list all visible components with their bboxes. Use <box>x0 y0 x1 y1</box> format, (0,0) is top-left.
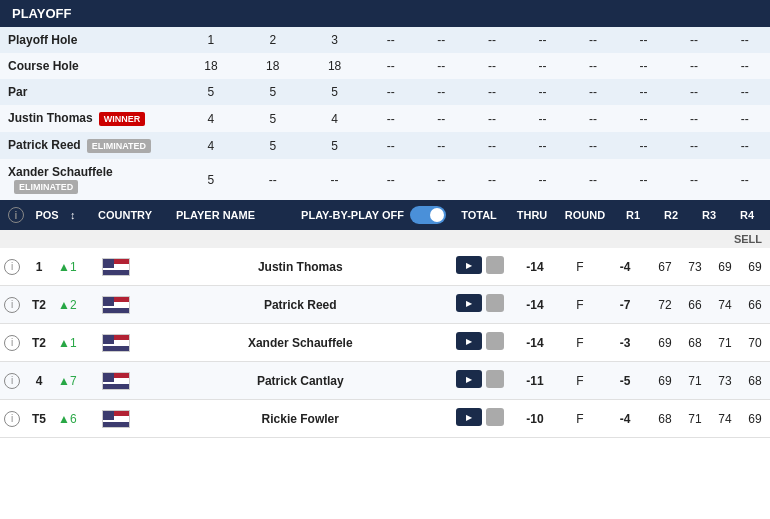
playoff-cell: -- <box>467 27 518 53</box>
leaderboard-table: i 1 ▲1 Justin Thomas -14 F -4 67 73 69 6… <box>0 248 770 438</box>
row-info[interactable]: i <box>0 286 24 324</box>
row-info[interactable]: i <box>0 362 24 400</box>
row-pos: T5 <box>24 400 54 438</box>
row-country <box>81 324 151 362</box>
playoff-cell: -- <box>467 105 518 132</box>
playoff-cell: -- <box>416 159 467 200</box>
row-r2: 68 <box>680 324 710 362</box>
playoff-cell: -- <box>719 105 770 132</box>
row-r2: 71 <box>680 362 710 400</box>
info-icon[interactable]: i <box>8 207 24 223</box>
row-total: -14 <box>510 248 560 286</box>
row-round: -4 <box>600 400 650 438</box>
row-info[interactable]: i <box>0 400 24 438</box>
video-button[interactable] <box>456 294 482 312</box>
playoff-cell: -- <box>517 132 568 159</box>
playoff-row-label: Patrick ReedELIMINATED <box>0 132 180 159</box>
row-video-btn[interactable] <box>450 324 510 362</box>
row-country <box>81 248 151 286</box>
eliminated-badge: ELIMINATED <box>87 139 151 153</box>
row-total: -10 <box>510 400 560 438</box>
playoff-cell: -- <box>366 79 417 105</box>
change-arrow: ▲1 <box>58 336 77 350</box>
row-info-icon[interactable]: i <box>4 335 20 351</box>
playoff-cell: -- <box>366 132 417 159</box>
playoff-cell: -- <box>719 27 770 53</box>
video-button[interactable] <box>456 408 482 426</box>
row-video-btn[interactable] <box>450 362 510 400</box>
playoff-cell: 3 <box>304 27 366 53</box>
eliminated-badge: ELIMINATED <box>14 180 78 194</box>
country-flag <box>102 296 130 314</box>
playoff-cell: -- <box>568 53 619 79</box>
row-info-icon[interactable]: i <box>4 259 20 275</box>
playoff-cell: -- <box>719 159 770 200</box>
row-video-btn[interactable] <box>450 286 510 324</box>
row-r4: 68 <box>740 362 770 400</box>
playoff-cell: -- <box>242 159 304 200</box>
playoff-cell: -- <box>618 79 669 105</box>
leaderboard-header: i POS ↕ COUNTRY PLAYER NAME PLAY-BY-PLAY… <box>0 200 770 230</box>
row-player-name: Xander Schauffele <box>151 324 450 362</box>
row-info-icon[interactable]: i <box>4 411 20 427</box>
playoff-cell: -- <box>568 79 619 105</box>
playoff-cell: -- <box>618 132 669 159</box>
playoff-cell: -- <box>517 159 568 200</box>
table-row: i 4 ▲7 Patrick Cantlay -11 F -5 69 71 73… <box>0 362 770 400</box>
row-video-btn[interactable] <box>450 248 510 286</box>
row-r3: 71 <box>710 324 740 362</box>
row-r4: 66 <box>740 286 770 324</box>
playoff-cell: -- <box>568 159 619 200</box>
row-player-name: Justin Thomas <box>151 248 450 286</box>
grey-button[interactable] <box>486 332 504 350</box>
play-by-play-toggle[interactable] <box>410 206 446 224</box>
video-button[interactable] <box>456 370 482 388</box>
row-round: -4 <box>600 248 650 286</box>
playoff-cell: -- <box>618 159 669 200</box>
playoff-cell: -- <box>416 79 467 105</box>
playoff-cell: 4 <box>304 105 366 132</box>
video-button[interactable] <box>456 332 482 350</box>
row-r3: 69 <box>710 248 740 286</box>
row-info-icon[interactable]: i <box>4 297 20 313</box>
row-r1: 69 <box>650 362 680 400</box>
country-flag <box>102 372 130 390</box>
grey-button[interactable] <box>486 294 504 312</box>
grey-button[interactable] <box>486 408 504 426</box>
col-thru: THRU <box>512 209 552 221</box>
playoff-cell: -- <box>467 159 518 200</box>
playoff-row-label: Course Hole <box>0 53 180 79</box>
col-r2: R2 <box>656 209 686 221</box>
row-pos: 4 <box>24 362 54 400</box>
playoff-cell: -- <box>467 79 518 105</box>
col-r1: R1 <box>618 209 648 221</box>
winner-badge: WINNER <box>99 112 146 126</box>
row-info[interactable]: i <box>0 324 24 362</box>
playoff-cell: -- <box>719 132 770 159</box>
table-row: i T2 ▲1 Xander Schauffele -14 F -3 69 68… <box>0 324 770 362</box>
row-total: -14 <box>510 324 560 362</box>
row-r2: 66 <box>680 286 710 324</box>
grey-button[interactable] <box>486 256 504 274</box>
row-player-name: Rickie Fowler <box>151 400 450 438</box>
row-r1: 68 <box>650 400 680 438</box>
row-info[interactable]: i <box>0 248 24 286</box>
row-player-name: Patrick Reed <box>151 286 450 324</box>
playoff-cell: 5 <box>304 132 366 159</box>
row-player-name: Patrick Cantlay <box>151 362 450 400</box>
playoff-cell: -- <box>467 132 518 159</box>
grey-button[interactable] <box>486 370 504 388</box>
col-pos: POS <box>32 209 62 221</box>
playoff-cell: -- <box>618 105 669 132</box>
row-r4: 70 <box>740 324 770 362</box>
row-info-icon[interactable]: i <box>4 373 20 389</box>
playoff-header: PLAYOFF <box>0 0 770 27</box>
video-button[interactable] <box>456 256 482 274</box>
col-arrows: ↕ <box>70 209 90 221</box>
playoff-cell: 5 <box>242 132 304 159</box>
row-video-btn[interactable] <box>450 400 510 438</box>
playoff-cell: -- <box>366 105 417 132</box>
playoff-cell: -- <box>517 79 568 105</box>
playoff-cell: 18 <box>180 53 242 79</box>
sell-row: SELL <box>0 230 770 248</box>
